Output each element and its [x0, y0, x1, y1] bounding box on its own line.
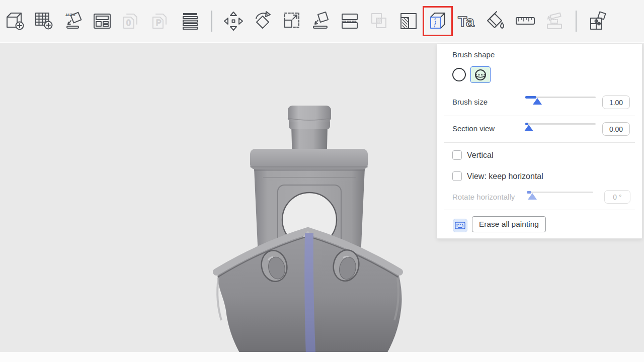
rotate-icon: [252, 10, 274, 32]
auto-orient-button[interactable]: AUTO: [62, 10, 85, 32]
variable-layer-height-button[interactable]: [179, 10, 201, 32]
lay-on-face-button[interactable]: [310, 10, 332, 32]
move-icon: [222, 10, 245, 32]
cut-button[interactable]: [339, 10, 361, 32]
auto-orient-icon: AUTO: [62, 10, 85, 32]
vertical-label: Vertical: [467, 151, 493, 160]
seam-painting-icon: [427, 10, 449, 32]
arrange-icon: [92, 10, 114, 32]
arrange-button[interactable]: [92, 10, 114, 32]
scale-icon: [281, 10, 303, 32]
erase-all-painting-button[interactable]: Erase all painting: [472, 216, 546, 232]
split-to-parts-button[interactable]: P: [150, 10, 172, 32]
add-plate-icon: [33, 10, 55, 32]
split-to-objects-icon: 0: [121, 10, 143, 32]
divider: [444, 116, 635, 116]
slider-thumb[interactable]: [528, 193, 537, 200]
rotate-horizontally-slider[interactable]: [527, 187, 593, 198]
brush-size-input[interactable]: [602, 96, 630, 109]
brush-shape-circle-option[interactable]: [452, 68, 466, 81]
section-view-label: Section view: [452, 124, 495, 133]
rotate-horizontally-label: Rotate horizontally: [452, 193, 515, 201]
divider: [444, 210, 635, 210]
brush-size-slider[interactable]: [525, 92, 596, 103]
toolbar-separator: [576, 11, 577, 32]
toolbar-separator: [211, 11, 212, 32]
slider-track[interactable]: [525, 123, 596, 125]
keyboard-icon: [455, 221, 465, 230]
text-tool-icon: Ta: [456, 10, 478, 32]
add-object-button[interactable]: [4, 10, 26, 32]
slider-thumb[interactable]: [533, 98, 542, 105]
brush-size-label: Brush size: [452, 98, 488, 106]
section-view-input[interactable]: [602, 122, 630, 136]
brush-shape-label: Brush shape: [452, 50, 495, 59]
measure-icon: [514, 10, 536, 32]
svg-text:P: P: [156, 19, 162, 27]
main-toolbar: AUTO 0 P: [0, 0, 644, 42]
vertical-checkbox[interactable]: [452, 150, 462, 160]
text-tool-button[interactable]: Ta: [456, 10, 478, 32]
support-painting-icon: [397, 10, 420, 32]
view-keep-horizontal-label: View: keep horizontal: [467, 172, 543, 181]
shortcut-keyboard-button[interactable]: [453, 219, 467, 232]
assembly-button[interactable]: [543, 10, 566, 32]
view-keep-horizontal-checkbox[interactable]: [452, 171, 462, 181]
add-plate-button[interactable]: [33, 10, 55, 32]
divider: [444, 142, 635, 143]
seam-painting-button[interactable]: [427, 10, 449, 32]
color-painting-icon: [485, 10, 507, 32]
cut-icon: [339, 10, 361, 32]
brush-shape-sphere-option[interactable]: [470, 66, 491, 83]
move-button[interactable]: [222, 10, 245, 32]
benchy-model[interactable]: [201, 102, 423, 362]
support-painting-button[interactable]: [397, 10, 420, 32]
variable-layer-height-icon: [179, 10, 201, 32]
svg-text:0: 0: [126, 19, 131, 27]
assemble-icon: [587, 10, 609, 32]
viewport-bottom-strip: [0, 352, 644, 362]
color-painting-button[interactable]: [485, 10, 507, 32]
rotate-horizontally-input[interactable]: [604, 190, 630, 204]
assemble-button[interactable]: [587, 10, 609, 32]
section-view-slider[interactable]: [525, 119, 596, 130]
split-to-objects-button[interactable]: 0: [121, 10, 143, 32]
rotate-button[interactable]: [252, 10, 274, 32]
mesh-boolean-icon: [368, 10, 390, 32]
measure-button[interactable]: [514, 10, 536, 32]
scale-button[interactable]: [281, 10, 303, 32]
assembly-icon: [543, 10, 566, 32]
add-object-icon: [4, 10, 26, 32]
lay-on-face-icon: [310, 10, 332, 32]
mesh-boolean-button[interactable]: [368, 10, 390, 32]
split-to-parts-icon: P: [150, 10, 172, 32]
benchy-roof: [250, 149, 368, 169]
sphere-brush-icon: [474, 69, 487, 81]
slider-thumb[interactable]: [524, 125, 533, 131]
seam-painting-panel: Brush shape Brush size Section view Vert…: [437, 44, 642, 239]
svg-text:Ta: Ta: [458, 13, 474, 30]
